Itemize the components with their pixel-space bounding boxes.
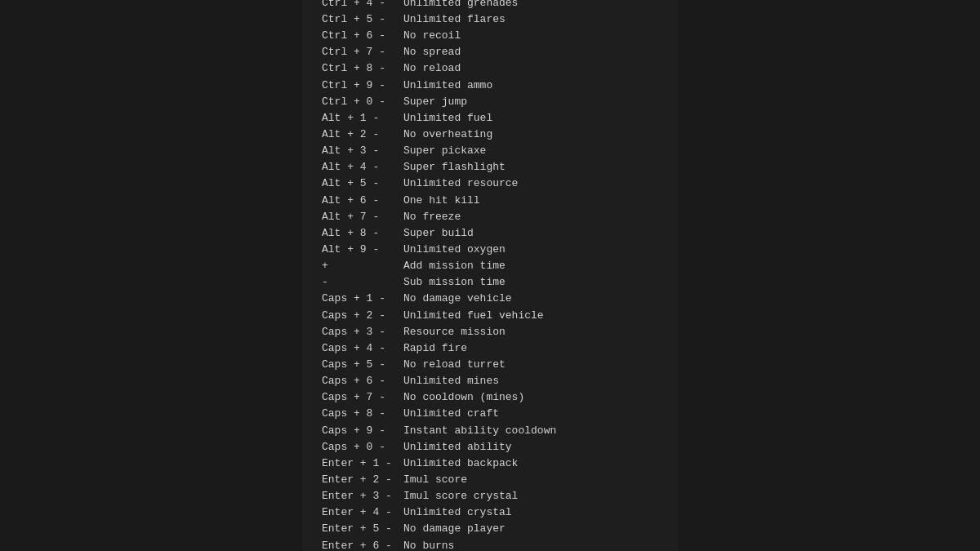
cheat-key: Caps + 4 - xyxy=(322,340,403,357)
cheat-row: Ctrl + 9 - Unlimited ammo xyxy=(322,78,658,94)
cheat-row: Caps + 5 - No reload turret xyxy=(322,357,658,373)
cheat-key: Caps + 7 - xyxy=(322,389,403,406)
cheat-key: Enter + 4 - xyxy=(322,504,403,521)
cheat-row: Alt + 9 - Unlimited oxygen xyxy=(322,242,658,258)
cheat-key: Ctrl + 4 - xyxy=(322,0,403,11)
cheat-key: Ctrl + 8 - xyxy=(322,60,403,77)
cheat-desc: No reload turret xyxy=(403,357,506,373)
cheat-desc: No cooldown (mines) xyxy=(403,389,524,406)
cheat-desc: No freeze xyxy=(403,209,461,225)
cheat-key: Alt + 1 - xyxy=(322,110,403,127)
cheat-key: Enter + 1 - xyxy=(322,455,403,472)
cheat-desc: Unlimited ammo xyxy=(403,78,492,94)
cheat-row: Ctrl + 0 - Super jump xyxy=(322,94,658,110)
cheat-key: Caps + 6 - xyxy=(322,373,403,389)
cheat-row: Caps + 9 - Instant ability cooldown xyxy=(322,423,658,439)
cheat-desc: No overheating xyxy=(403,127,492,143)
cheat-key: Alt + 6 - xyxy=(322,193,403,209)
cheat-key: Ctrl + 7 - xyxy=(322,44,403,60)
cheat-desc: Rapid fire xyxy=(403,340,467,357)
cheat-row: Ctrl + 8 - No reload xyxy=(322,60,658,77)
cheat-desc: Super build xyxy=(403,225,474,242)
cheat-row: Alt + 2 - No overheating xyxy=(322,127,658,143)
cheat-desc: Sub mission time xyxy=(403,274,506,291)
cheat-key: Caps + 9 - xyxy=(322,423,403,439)
cheat-desc: No reload xyxy=(403,60,461,77)
cheat-row: Alt + 6 - One hit kill xyxy=(322,193,658,209)
cheat-desc: Resource mission xyxy=(403,324,506,340)
cheat-key: Caps + 2 - xyxy=(322,308,403,324)
cheat-row: Alt + 3 - Super pickaxe xyxy=(322,143,658,159)
cheat-desc: No damage vehicle xyxy=(403,291,512,307)
cheat-key: Alt + 4 - xyxy=(322,159,403,176)
cheat-row: Caps + 4 - Rapid fire xyxy=(322,340,658,357)
cheat-desc: One hit kill xyxy=(403,193,480,209)
cheat-row: Ctrl + 5 - Unlimited flares xyxy=(322,11,658,28)
cheat-desc: Unlimited oxygen xyxy=(403,242,506,258)
cheat-key: Alt + 7 - xyxy=(322,209,403,225)
cheat-key: Caps + 5 - xyxy=(322,357,403,373)
cheat-panel: Deep Rock Galactic Ctrl + 1 - Unlimited … xyxy=(302,0,678,551)
cheat-row: Ctrl + 6 - No recoil xyxy=(322,28,658,44)
cheat-row: Caps + 3 - Resource mission xyxy=(322,324,658,340)
cheat-key: Ctrl + 6 - xyxy=(322,28,403,44)
cheat-key: Enter + 5 - xyxy=(322,521,403,537)
cheat-key: Ctrl + 5 - xyxy=(322,11,403,28)
cheat-desc: Unlimited fuel vehicle xyxy=(403,308,544,324)
cheat-row: Ctrl + 4 - Unlimited grenades xyxy=(322,0,658,11)
cheat-row: Caps + 0 - Unlimited ability xyxy=(322,439,658,455)
cheat-desc: No damage player xyxy=(403,521,506,537)
cheat-row: - Sub mission time xyxy=(322,274,658,291)
cheat-key: Ctrl + 9 - xyxy=(322,78,403,94)
cheat-desc: Add mission time xyxy=(403,258,506,274)
cheat-desc: No burns xyxy=(403,538,454,551)
cheat-key: Caps + 3 - xyxy=(322,324,403,340)
cheat-key: Caps + 8 - xyxy=(322,406,403,422)
cheat-desc: Unlimited craft xyxy=(403,406,499,422)
cheat-desc: Super flashlight xyxy=(403,159,506,176)
cheat-row: Caps + 6 - Unlimited mines xyxy=(322,373,658,389)
cheat-desc: Super pickaxe xyxy=(403,143,486,159)
cheat-key: Alt + 8 - xyxy=(322,225,403,242)
cheat-key: Ctrl + 0 - xyxy=(322,94,403,110)
cheat-row: Caps + 2 - Unlimited fuel vehicle xyxy=(322,308,658,324)
cheat-key: Enter + 6 - xyxy=(322,538,403,551)
cheat-row: Caps + 7 - No cooldown (mines) xyxy=(322,389,658,406)
cheat-row: + Add mission time xyxy=(322,258,658,274)
cheat-row: Alt + 1 - Unlimited fuel xyxy=(322,110,658,127)
cheat-key: Caps + 1 - xyxy=(322,291,403,307)
cheat-key: Alt + 2 - xyxy=(322,127,403,143)
cheat-row: Enter + 5 - No damage player xyxy=(322,521,658,537)
cheat-key: + xyxy=(322,258,403,274)
cheat-list: Ctrl + 1 - Unlimited healthCtrl + 2 - Un… xyxy=(322,0,658,551)
cheat-desc: No spread xyxy=(403,44,461,60)
cheat-desc: Unlimited fuel xyxy=(403,110,492,127)
cheat-row: Alt + 5 - Unlimited resource xyxy=(322,176,658,192)
cheat-row: Caps + 1 - No damage vehicle xyxy=(322,291,658,307)
cheat-desc: Instant ability cooldown xyxy=(403,423,556,439)
cheat-row: Enter + 1 - Unlimited backpack xyxy=(322,455,658,472)
cheat-key: Alt + 3 - xyxy=(322,143,403,159)
cheat-row: Alt + 8 - Super build xyxy=(322,225,658,242)
cheat-desc: No recoil xyxy=(403,28,461,44)
cheat-key: Caps + 0 - xyxy=(322,439,403,455)
cheat-desc: Imul score crystal xyxy=(403,488,518,504)
cheat-desc: Unlimited mines xyxy=(403,373,499,389)
cheat-row: Caps + 8 - Unlimited craft xyxy=(322,406,658,422)
cheat-desc: Unlimited crystal xyxy=(403,504,512,521)
cheat-key: Enter + 2 - xyxy=(322,472,403,488)
cheat-key: Enter + 3 - xyxy=(322,488,403,504)
cheat-row: Alt + 4 - Super flashlight xyxy=(322,159,658,176)
cheat-row: Enter + 6 - No burns xyxy=(322,538,658,551)
cheat-row: Ctrl + 7 - No spread xyxy=(322,44,658,60)
cheat-desc: Imul score xyxy=(403,472,467,488)
cheat-row: Enter + 3 - Imul score crystal xyxy=(322,488,658,504)
cheat-key: - xyxy=(322,274,403,291)
cheat-desc: Unlimited grenades xyxy=(403,0,518,11)
cheat-key: Alt + 9 - xyxy=(322,242,403,258)
cheat-key: Alt + 5 - xyxy=(322,176,403,192)
cheat-desc: Unlimited resource xyxy=(403,176,518,192)
cheat-desc: Super jump xyxy=(403,94,467,110)
cheat-desc: Unlimited backpack xyxy=(403,455,518,472)
cheat-row: Enter + 2 - Imul score xyxy=(322,472,658,488)
